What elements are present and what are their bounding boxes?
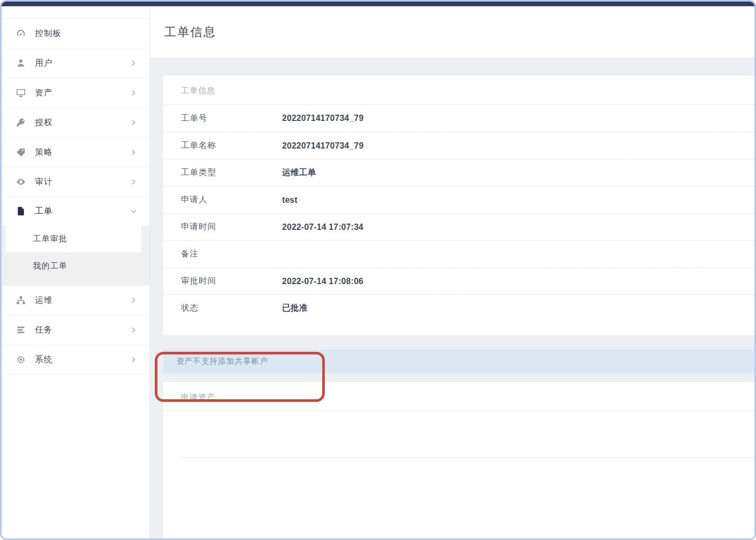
sidebar-item-label: 审计 xyxy=(35,177,53,188)
field-value: 2022-07-14 17:08:06 xyxy=(282,277,363,286)
chevron-right-icon xyxy=(130,356,137,363)
field-value: 20220714170734_79 xyxy=(282,141,363,151)
field-row: 工单类型运维工单 xyxy=(163,159,754,186)
window-topbar xyxy=(2,2,754,6)
field-row: 申请时间2022-07-14 17:07:34 xyxy=(163,213,754,240)
requested-assets-card: 申请资产 xyxy=(163,382,754,538)
chevron-down-icon xyxy=(130,207,137,215)
chevron-right-icon xyxy=(130,297,137,304)
sidebar-submenu: 工单审批我的工单 xyxy=(2,225,150,286)
app-window: 控制板用户资产授权策略审计工单工单审批我的工单运维任务系统 工单信息 工单信息 … xyxy=(0,0,756,540)
page-title: 工单信息 xyxy=(164,24,216,40)
field-value: 已批准 xyxy=(282,303,308,314)
sidebar-item-label: 资产 xyxy=(35,88,53,99)
sidebar-item-audit[interactable]: 审计 xyxy=(2,167,150,197)
chevron-right-icon xyxy=(130,89,137,96)
field-row: 工单名称20220714170734_79 xyxy=(163,132,754,159)
sidebar-top-spacer xyxy=(2,6,150,19)
sidebar-item-label: 工单 xyxy=(35,206,53,217)
field-label: 备注 xyxy=(181,249,282,260)
page-header: 工单信息 xyxy=(150,6,754,58)
field-label: 申请时间 xyxy=(181,222,282,232)
requested-assets-card-title: 申请资产 xyxy=(163,382,754,411)
sidebar-item-policy[interactable]: 策略 xyxy=(2,138,150,167)
eye-icon xyxy=(15,176,27,188)
field-row: 申请人test xyxy=(163,186,754,213)
user-icon xyxy=(15,57,27,69)
field-value: 2022-07-14 17:07:34 xyxy=(282,223,363,232)
field-row: 状态已批准 xyxy=(163,294,754,322)
sitemap-icon xyxy=(15,294,27,306)
tasklist-icon xyxy=(15,324,27,336)
sidebar-item-tasks[interactable]: 任务 xyxy=(2,315,150,345)
sidebar-item-authorize[interactable]: 授权 xyxy=(2,108,150,138)
field-row: 工单号20220714170734_79 xyxy=(163,105,754,132)
field-row: 备注 xyxy=(163,240,754,267)
sidebar: 控制板用户资产授权策略审计工单工单审批我的工单运维任务系统 xyxy=(2,6,150,538)
chevron-right-icon xyxy=(130,326,137,334)
sidebar-item-users[interactable]: 用户 xyxy=(2,48,150,78)
sidebar-subitem-my-workorders[interactable]: 我的工单 xyxy=(2,252,150,279)
field-value: 运维工单 xyxy=(282,167,316,178)
field-label: 状态 xyxy=(181,303,282,314)
sidebar-item-label: 运维 xyxy=(35,295,53,306)
chevron-right-icon xyxy=(130,149,137,156)
field-label: 工单类型 xyxy=(181,167,282,178)
sidebar-item-label: 授权 xyxy=(35,117,53,128)
workorder-icon xyxy=(15,205,27,217)
sidebar-item-workorder[interactable]: 工单 xyxy=(2,197,150,225)
sidebar-item-label: 策略 xyxy=(35,147,53,158)
gear-icon xyxy=(15,354,27,365)
field-row: 审批时间2022-07-14 17:08:06 xyxy=(163,267,754,294)
asset-icon xyxy=(15,87,27,99)
field-label: 申请人 xyxy=(181,194,282,205)
order-info-card-title: 工单信息 xyxy=(163,76,754,105)
notice-text: 资产不支持添加共享帐户 xyxy=(176,357,268,366)
chevron-right-icon xyxy=(130,59,137,67)
field-label: 工单号 xyxy=(181,113,282,124)
dashboard-icon xyxy=(15,28,27,39)
chevron-right-icon xyxy=(130,119,137,126)
sidebar-item-operations[interactable]: 运维 xyxy=(2,286,150,315)
sidebar-item-dashboard[interactable]: 控制板 xyxy=(2,19,150,48)
field-value: test xyxy=(282,195,298,205)
policy-icon xyxy=(15,146,27,158)
field-label: 工单名称 xyxy=(181,140,282,151)
order-fields: 工单号20220714170734_79工单名称20220714170734_7… xyxy=(163,105,754,335)
page-content: 工单信息 工单号20220714170734_79工单名称20220714170… xyxy=(150,58,754,538)
field-value: 20220714170734_79 xyxy=(282,114,363,123)
app-layout: 控制板用户资产授权策略审计工单工单审批我的工单运维任务系统 工单信息 工单信息 … xyxy=(2,6,754,538)
field-label: 审批时间 xyxy=(181,276,282,287)
chevron-right-icon xyxy=(130,178,137,186)
order-info-card: 工单信息 工单号20220714170734_79工单名称20220714170… xyxy=(163,76,754,335)
bottom-divider xyxy=(181,457,754,458)
main-area: 工单信息 工单信息 工单号20220714170734_79工单名称202207… xyxy=(150,6,754,538)
sidebar-item-system[interactable]: 系统 xyxy=(2,345,150,375)
notice-bar: 资产不支持添加共享帐户 xyxy=(163,350,754,373)
key-icon xyxy=(15,117,27,128)
sidebar-item-label: 系统 xyxy=(35,354,53,365)
sidebar-menu: 控制板用户资产授权策略审计工单工单审批我的工单运维任务系统 xyxy=(2,19,150,375)
sidebar-item-label: 用户 xyxy=(35,58,53,69)
sidebar-item-assets[interactable]: 资产 xyxy=(2,78,150,108)
sidebar-item-label: 控制板 xyxy=(35,28,62,39)
sidebar-item-label: 任务 xyxy=(35,325,53,336)
sidebar-subitem-workorder-approval[interactable]: 工单审批 xyxy=(6,225,141,252)
